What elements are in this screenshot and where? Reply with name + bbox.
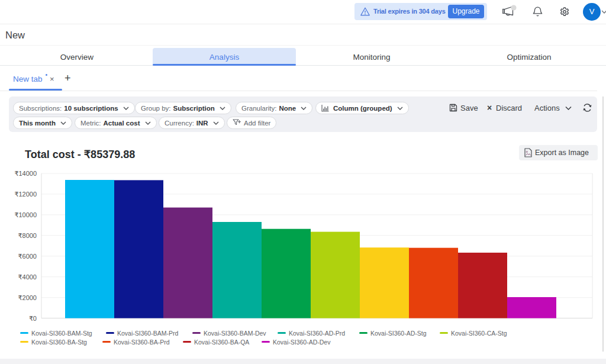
svg-text:₹0: ₹0: [29, 315, 37, 322]
svg-text:₹10000: ₹10000: [14, 211, 37, 218]
svg-text:₹14000: ₹14000: [14, 170, 37, 177]
svg-text:₹2000: ₹2000: [18, 294, 37, 301]
svg-text:₹4000: ₹4000: [18, 273, 37, 281]
svg-text:₹8000: ₹8000: [18, 232, 37, 239]
svg-text:₹6000: ₹6000: [18, 253, 37, 260]
svg-text:₹12000: ₹12000: [14, 191, 37, 198]
